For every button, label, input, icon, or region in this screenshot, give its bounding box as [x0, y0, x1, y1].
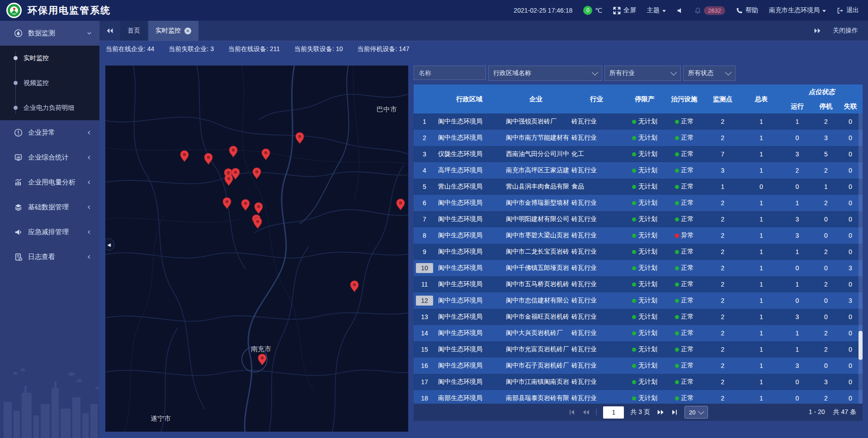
- table-row[interactable]: 17阆中生态环境局阆中市江南镇阆南页岩砖瓦行业无计划正常21030: [414, 374, 863, 390]
- map-pin-icon[interactable]: [350, 281, 359, 292]
- map-pin-icon[interactable]: [255, 203, 263, 214]
- sidebar-item-3[interactable]: 企业综合统计: [0, 145, 99, 170]
- table-scrollbar-thumb[interactable]: [859, 331, 863, 360]
- chevron-left-icon: [86, 155, 92, 160]
- map-pin-icon[interactable]: [296, 132, 304, 144]
- table-row[interactable]: 16阆中生态环境局阆中市石子页岩机砖厂砖瓦行业无计划正常21300: [414, 358, 863, 374]
- tabs-scroll-left-button[interactable]: [99, 28, 120, 34]
- table-row[interactable]: 9阆中生态环境局阆中市二龙长宝页岩砖砖瓦行业无计划正常21120: [414, 244, 863, 260]
- tab-close-icon[interactable]: ✕: [184, 28, 191, 34]
- total-count-label: 共 47 条: [833, 408, 856, 416]
- cell-stopped: 2: [814, 195, 838, 211]
- sidebar-item-7[interactable]: 日志查看: [0, 245, 99, 269]
- cell-total-meters: 1: [742, 374, 781, 390]
- stat-value: 147: [399, 45, 409, 52]
- cell-monitor-points: 2: [703, 211, 742, 227]
- help-button[interactable]: 帮助: [736, 6, 758, 14]
- cell-running: 3: [781, 309, 814, 325]
- map-pin-icon[interactable]: [396, 199, 405, 210]
- table-row[interactable]: 4高坪生态环境局南充市高坪区王家店建砖瓦行业无计划正常31220: [414, 162, 863, 179]
- status-dot-icon: [675, 169, 679, 173]
- sidebar-subitem-1[interactable]: 实时监控: [0, 46, 99, 71]
- map-pin-icon[interactable]: [241, 199, 250, 211]
- cell-stopped: 0: [814, 358, 838, 374]
- filter-select-1[interactable]: 行政区域名称: [488, 66, 602, 81]
- sidebar-item-1[interactable]: 数据监测: [0, 21, 99, 46]
- cell-total-meters: 1: [742, 341, 781, 358]
- cell-total-meters: 1: [742, 390, 781, 404]
- map-collapse-handle[interactable]: ◀: [105, 238, 114, 251]
- table-row[interactable]: 5营山生态环境局营山县润丰肉食品有限食品无计划正常10010: [414, 179, 863, 195]
- prev-page-button[interactable]: [582, 409, 590, 416]
- map-pin-icon[interactable]: [254, 217, 262, 229]
- filter-select-2[interactable]: 所有行业: [604, 66, 681, 81]
- table-row[interactable]: 3仪陇生态环境局西南油气田分公司川中化工无计划正常71350: [414, 146, 863, 162]
- status-dot-icon: [632, 169, 636, 173]
- filter-select-3[interactable]: 所有状态: [683, 66, 736, 81]
- table-row[interactable]: 15阆中生态环境局阆中市光富页岩机砖厂砖瓦行业无计划正常21120: [414, 341, 863, 358]
- table-row[interactable]: 12阆中生态环境局阆中市忠信建材有限公砖瓦行业无计划正常21003: [414, 292, 863, 309]
- sidebar-item-6[interactable]: 应急减排管理: [0, 220, 99, 245]
- table-row[interactable]: 11阆中生态环境局阆中市五马桥页岩机砖砖瓦行业无计划正常21120: [414, 276, 863, 292]
- cell-stopped: 0: [814, 211, 838, 227]
- cell-facility-status: 正常: [665, 179, 703, 195]
- map-pin-icon[interactable]: [253, 168, 261, 179]
- double-right-arrow-icon[interactable]: [814, 28, 821, 34]
- status-dot-icon: [632, 266, 636, 270]
- table-row[interactable]: 1阆中生态环境局阆中强锐页岩砖厂砖瓦行业无计划正常21120: [414, 113, 863, 130]
- map-pin-icon[interactable]: [204, 153, 212, 165]
- table-row[interactable]: 13阆中生态环境局阆中市金福旺页岩机砖砖瓦行业无计划正常21300: [414, 309, 863, 325]
- notifications[interactable]: 2632: [694, 6, 725, 15]
- map-panel[interactable]: 巴中市南充市遂宁市 ◀: [105, 66, 408, 432]
- cell-limit-status: 无计划: [624, 179, 665, 195]
- sidebar-subitem-label: 企业电力负荷明细: [24, 104, 74, 112]
- cell-region: 阆中生态环境局: [435, 358, 503, 374]
- sidebar-item-5[interactable]: 基础数据管理: [0, 195, 99, 220]
- org-menu[interactable]: 南充市生态环境局: [769, 6, 826, 14]
- status-dot-icon: [632, 396, 636, 400]
- status-dot-icon: [632, 315, 636, 319]
- sidebar-item-4[interactable]: 企业用电量分析: [0, 170, 99, 195]
- table-row[interactable]: 2阆中生态环境局阆中市南方节能建材有砖瓦行业无计划正常21030: [414, 130, 863, 146]
- map-pin-icon[interactable]: [180, 151, 189, 162]
- map-pin-icon[interactable]: [225, 174, 233, 186]
- cell-running: 1: [781, 341, 814, 358]
- table-row[interactable]: 18南部生态环境局南部县瑞泰页岩砖有限砖瓦行业无计划正常21020: [414, 390, 863, 404]
- table-row[interactable]: 8阆中生态环境局阆中市枣碧大梁山页岩砖瓦行业无计划异常21300: [414, 227, 863, 244]
- tab-1[interactable]: 首页: [120, 21, 147, 41]
- cell-company: 阆中千佛镇五郎垭页岩: [503, 260, 569, 276]
- name-filter-input[interactable]: [414, 66, 486, 80]
- cell-monitor-points: 2: [703, 292, 742, 309]
- cell-running: 3: [781, 211, 814, 227]
- fullscreen-button[interactable]: 全屏: [613, 6, 636, 14]
- theme-menu[interactable]: 主题: [647, 6, 666, 14]
- next-page-button[interactable]: [656, 409, 665, 416]
- cell-limit-status: 无计划: [624, 374, 665, 390]
- logout-button[interactable]: 退出: [837, 6, 859, 14]
- cell-row-number: 4: [414, 162, 435, 179]
- sidebar-item-2[interactable]: 企业异常: [0, 120, 99, 145]
- page-number-input[interactable]: [603, 406, 624, 419]
- page-size-select[interactable]: 20: [684, 406, 708, 419]
- map-pin-icon[interactable]: [262, 149, 270, 160]
- table-row[interactable]: 7阆中生态环境局阆中明阳建材有限公司砖瓦行业无计划正常21300: [414, 211, 863, 227]
- map-pin-icon[interactable]: [258, 354, 266, 365]
- last-page-button[interactable]: [671, 409, 678, 416]
- cell-limit-status: 无计划: [624, 341, 665, 358]
- cell-region: 阆中生态环境局: [435, 211, 503, 227]
- cell-region: 营山生态环境局: [435, 179, 503, 195]
- map-pin-icon[interactable]: [229, 146, 237, 157]
- tab-2[interactable]: 实时监控✕: [148, 21, 198, 41]
- table-row[interactable]: 14阆中生态环境局阆中大兴页岩机砖厂砖瓦行业无计划正常21120: [414, 325, 863, 341]
- sidebar-subitem-2[interactable]: 视频监控: [0, 71, 99, 95]
- table-row[interactable]: 6阆中生态环境局阆中市金博瑞新型墙材砖瓦行业无计划正常21120: [414, 195, 863, 211]
- table-row[interactable]: 10阆中生态环境局阆中千佛镇五郎垭页岩砖瓦行业无计划正常21003: [414, 260, 863, 276]
- sound-toggle[interactable]: [677, 7, 684, 14]
- sidebar-item-label: 应急减排管理: [28, 228, 69, 236]
- cell-monitor-points: 2: [703, 358, 742, 374]
- map-pin-icon[interactable]: [223, 198, 231, 209]
- sidebar-subitem-3[interactable]: 企业电力负荷明细: [0, 95, 99, 120]
- close-operations-button[interactable]: 关闭操作: [833, 27, 858, 35]
- first-page-button[interactable]: [568, 409, 576, 416]
- cell-company: 南充市高坪区王家店建: [503, 162, 569, 179]
